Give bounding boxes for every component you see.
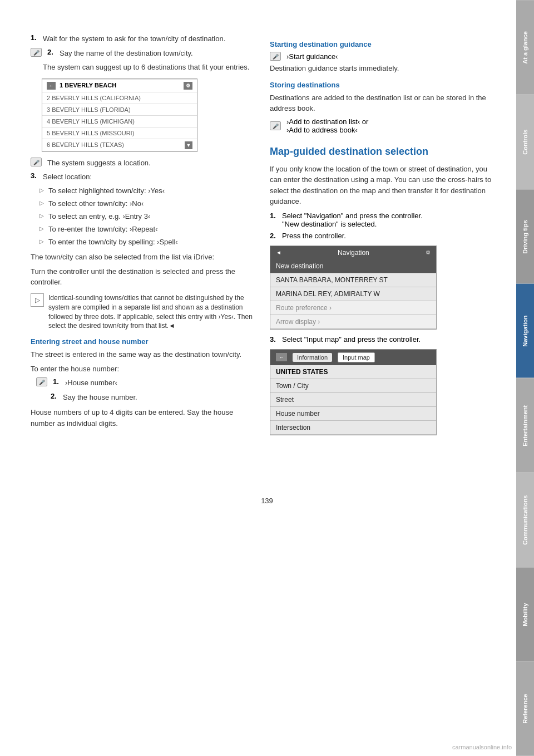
sub-item-1: ▷ To select highlighted town/city: ›Yes‹	[39, 186, 253, 196]
tab-communications[interactable]: Communications	[516, 473, 534, 567]
dest-item-1: ← 1 BEVERLY BEACH ⚙	[42, 79, 197, 92]
triangle-icon-3: ▷	[39, 213, 45, 219]
dest-item-3: 3 BEVERLY HILLS (FLORIDA)	[42, 104, 197, 115]
note-box: ▷ Identical-sounding towns/cities that c…	[31, 293, 253, 331]
map-step-3: 3. Select "Input map" and press the cont…	[270, 335, 493, 343]
sub-item-4-text: To re-enter the town/city: ›Repeat‹	[48, 224, 158, 234]
triangle-icon-2: ▷	[39, 200, 45, 206]
input-map-row-2[interactable]: Town / City	[270, 379, 436, 393]
dest-item-6-text: 6 BEVERLY HILLS (TEXAS)	[47, 141, 124, 149]
dest-item-5: 5 BEVERLY HILLS (MISSOURI)	[42, 127, 197, 139]
voice-icon-3: 🎤	[36, 377, 47, 386]
house-step-1: 🎤 1. ›House number‹	[36, 377, 253, 389]
add-cmd-row: 🎤 ›Add to destination list‹ or ›Add to a…	[270, 117, 493, 134]
right-column: Starting destination guidance 🎤 ›Start g…	[270, 33, 493, 441]
map-step-1-content: Select "Navigation" and press the contro…	[282, 212, 423, 228]
nav-new-dest[interactable]: New destination	[270, 259, 436, 273]
add-cmds: ›Add to destination list‹ or ›Add to add…	[286, 117, 368, 134]
suggest-location-text: The system suggests a location.	[47, 158, 151, 169]
storing-body: Destinations are added to the destinatio…	[270, 92, 493, 114]
tab-information[interactable]: Information	[293, 353, 332, 362]
add-cmd-2: ›Add to address book‹	[286, 126, 368, 134]
sub-item-5: ▷ To enter the town/city by spelling: ›S…	[39, 237, 253, 247]
map-step-2-text: Press the controller.	[282, 232, 346, 240]
tab-mobility[interactable]: Mobility	[516, 567, 534, 662]
input-map-row-4[interactable]: House number	[270, 407, 436, 421]
map-step-1b-text: "New destination" is selected.	[282, 220, 377, 228]
step-3-text: Select location:	[43, 171, 92, 183]
suggest-text: The system can suggest up to 6 destinati…	[43, 62, 253, 73]
tab-entertainment[interactable]: Entertainment	[516, 378, 534, 473]
step-2-item: 🎤 2. Say the name of the destination tow…	[31, 48, 253, 59]
map-step-2: 2. Press the controller.	[270, 232, 493, 240]
house-step-2-num: 2.	[51, 392, 60, 400]
add-cmd-1: ›Add to destination list‹ or	[286, 117, 368, 126]
sub-list: ▷ To select highlighted town/city: ›Yes‹…	[39, 186, 253, 248]
note-box-text: Identical-sounding towns/cities that can…	[48, 293, 253, 331]
sub-item-3-text: To select an entry, e.g. ›Entry 3‹	[48, 212, 150, 222]
tab-reference[interactable]: Reference	[516, 661, 534, 756]
nav-route-pref[interactable]: Route preference ›	[270, 301, 436, 315]
input-map-ui-box: ← Information Input map UNITED STATES To…	[270, 349, 437, 435]
nav-settings-icon: ⚙	[426, 249, 431, 256]
house-steps: 🎤 1. ›House number‹ 2. Say the house num…	[36, 377, 253, 402]
tab-controls[interactable]: Controls	[516, 95, 534, 189]
destination-list-box: ← 1 BEVERLY BEACH ⚙ 2 BEVERLY HILLS (CAL…	[42, 78, 197, 152]
sub-item-4: ▷ To re-enter the town/city: ›Repeat‹	[39, 224, 253, 234]
navigation-ui-box: ◄ Navigation ⚙ New destination SANTA BAR…	[270, 246, 437, 330]
map-step-1-text: Select "Navigation" and press the contro…	[282, 212, 423, 220]
voice-icon-5: 🎤	[270, 121, 281, 130]
note-icon: ▷	[31, 293, 44, 307]
tab-at-a-glance[interactable]: At a glance	[516, 0, 534, 95]
step-3-number: 3.	[31, 171, 39, 180]
tab-navigation[interactable]: Navigation	[516, 283, 534, 378]
suggest-paragraph: The system can suggest up to 6 destinati…	[43, 62, 253, 73]
start-cmd-row: 🎤 ›Start guidance‹	[270, 52, 493, 61]
tab-input-map[interactable]: Input map	[338, 352, 375, 362]
sub-item-3: ▷ To select an entry, e.g. ›Entry 3‹	[39, 212, 253, 222]
house-step-2-text: Say the house number.	[63, 392, 137, 403]
input-map-row-5[interactable]: Intersection	[270, 421, 436, 435]
house-intro: To enter the house number:	[31, 364, 253, 375]
dest-item-2: 2 BEVERLY HILLS (CALIFORNIA)	[42, 92, 197, 104]
triangle-icon-1: ▷	[39, 187, 45, 193]
town-note-1: The town/city can also be selected from …	[31, 252, 253, 263]
entering-heading: Entering street and house number	[31, 337, 253, 346]
starting-heading: Starting destination guidance	[270, 40, 493, 48]
main-content: 1. Wait for the system to ask for the to…	[0, 0, 515, 485]
nav-back-icon: ◄	[276, 249, 281, 256]
map-heading: Map-guided destination selection	[270, 145, 493, 158]
nav-ui-title: Navigation	[281, 249, 426, 257]
tab-driving-tips[interactable]: Driving tips	[516, 189, 534, 284]
house-step-2: 2. Say the house number.	[51, 392, 253, 403]
voice-icon-2: 🎤	[31, 158, 42, 166]
nav-ui-header: ◄ Navigation ⚙	[270, 246, 436, 259]
house-note: House numbers of up to 4 digits can be e…	[31, 407, 253, 429]
entering-body: The street is entered in the same way as…	[31, 349, 253, 360]
input-map-row-3[interactable]: Street	[270, 393, 436, 407]
map-step-2-num: 2.	[270, 232, 279, 240]
suggest-location-row: 🎤 The system suggests a location.	[31, 158, 253, 169]
town-note-2: Turn the controller until the destinatio…	[31, 266, 253, 288]
nav-arrow-display[interactable]: Arrow display ›	[270, 315, 436, 329]
watermark: carmanualsonline.info	[452, 744, 512, 750]
map-step-3-text: Select "Input map" and press the control…	[282, 335, 421, 343]
voice-icon-4: 🎤	[270, 52, 281, 61]
nav-recent-1[interactable]: SANTA BARBARA, MONTERREY ST	[270, 273, 436, 287]
input-map-header: ← Information Input map	[270, 350, 436, 365]
map-body: If you only know the location of the tow…	[270, 164, 493, 207]
input-back-icon: ←	[276, 353, 287, 361]
house-step-1-num: 1.	[53, 377, 62, 386]
start-body: Destination guidance starts immediately.	[270, 63, 493, 74]
page-number: 139	[0, 497, 534, 505]
step-3-item: 3. Select location:	[31, 171, 253, 183]
triangle-icon-5: ▷	[39, 238, 45, 244]
scroll-down-icon[interactable]: ▼	[185, 141, 192, 149]
step-1-text: Wait for the system to ask for the town/…	[43, 33, 225, 45]
left-column: 1. Wait for the system to ask for the to…	[31, 33, 253, 441]
nav-recent-2[interactable]: MARINA DEL REY, ADMIRALTY W	[270, 287, 436, 301]
step-1-item: 1. Wait for the system to ask for the to…	[31, 33, 253, 45]
input-map-row-1[interactable]: UNITED STATES	[270, 365, 436, 379]
dest-item-4: 4 BEVERLY HILLS (MICHIGAN)	[42, 115, 197, 127]
step-2-text: Say the name of the destination town/cit…	[60, 48, 193, 59]
